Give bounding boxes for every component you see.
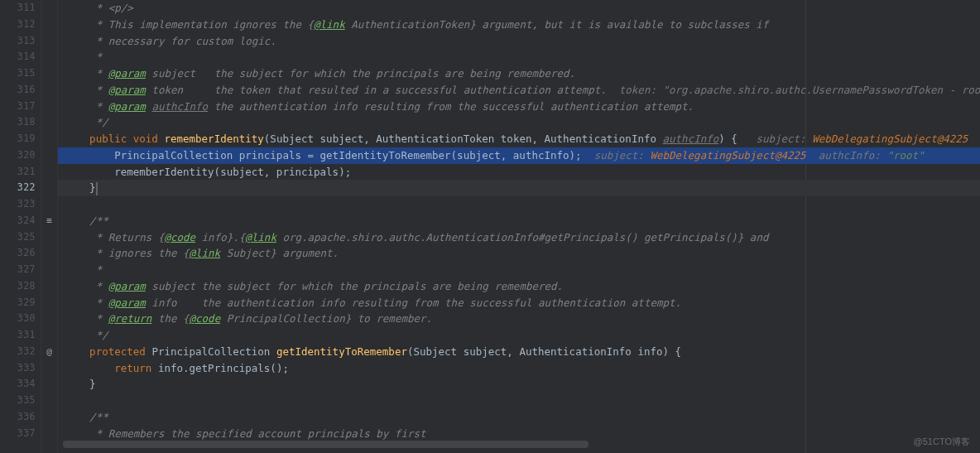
code-line[interactable]: * <box>58 262 980 278</box>
gutter-marker <box>41 65 57 82</box>
line-number[interactable]: 317 <box>0 99 36 115</box>
code-line[interactable]: * Remembers the specified account princi… <box>58 426 980 442</box>
code-token: * <box>65 263 102 276</box>
gutter-marker <box>41 360 57 377</box>
line-number[interactable]: 321 <box>0 164 36 181</box>
code-line[interactable]: * @param token the token that resulted i… <box>58 82 980 99</box>
line-number[interactable]: 319 <box>0 131 36 147</box>
code-token: /** <box>65 214 108 227</box>
line-number[interactable]: 325 <box>0 229 36 246</box>
code-line[interactable]: */ <box>58 114 980 131</box>
line-number[interactable]: 327 <box>0 262 36 278</box>
line-number[interactable]: 323 <box>0 196 36 213</box>
code-token: */ <box>65 329 108 341</box>
gutter-marker <box>41 114 57 131</box>
code-area[interactable]: * <p/> * This implementation ignores the… <box>58 0 980 453</box>
code-token: authcInfo: <box>806 149 887 161</box>
code-token: PrincipalCollection principals = getIden… <box>65 149 594 161</box>
line-number[interactable]: 313 <box>0 33 36 50</box>
line-number[interactable]: 326 <box>0 245 36 262</box>
line-number[interactable]: 316 <box>0 82 36 99</box>
code-token: subject: <box>594 149 651 161</box>
line-number[interactable]: 320 <box>0 147 36 164</box>
code-line[interactable]: */ <box>58 327 980 344</box>
gutter-marker <box>41 426 57 442</box>
code-token: authcInfo <box>151 100 208 113</box>
line-number[interactable]: 331 <box>0 327 36 344</box>
gutter-marker <box>41 327 57 344</box>
line-number[interactable]: 337 <box>0 426 36 442</box>
line-number[interactable]: 312 <box>0 17 36 33</box>
line-number[interactable]: 314 <box>0 49 36 65</box>
gutter-markers[interactable]: ≡@ <box>41 0 58 453</box>
code-editor[interactable]: 3113123133143153163173183193203213223233… <box>0 0 980 453</box>
horizontal-scrollbar[interactable] <box>63 441 588 448</box>
code-line[interactable]: } <box>58 180 980 196</box>
code-token: * Remembers the specified account princi… <box>65 427 426 440</box>
code-line[interactable]: * @return the {@code PrincipalCollection… <box>58 311 980 327</box>
line-number[interactable]: 311 <box>0 0 36 17</box>
code-line[interactable]: return info.getPrincipals(); <box>58 360 980 377</box>
code-line[interactable]: * @param info the authentication info re… <box>58 295 980 311</box>
line-number[interactable]: 330 <box>0 311 36 327</box>
line-number[interactable]: 334 <box>0 376 36 393</box>
code-token: } <box>65 181 96 194</box>
code-line[interactable]: * Returns {@code info}.{@link org.apache… <box>58 229 980 246</box>
code-token <box>65 345 89 358</box>
line-number[interactable]: 335 <box>0 393 36 409</box>
gutter-marker <box>41 229 57 246</box>
code-line[interactable]: * necessary for custom logic. <box>58 33 980 50</box>
code-line[interactable] <box>58 196 980 213</box>
code-line[interactable]: * This implementation ignores the {@link… <box>58 17 980 33</box>
line-number[interactable]: 318 <box>0 114 36 131</box>
line-number[interactable]: 324 <box>0 213 36 229</box>
code-line[interactable] <box>58 393 980 409</box>
line-number[interactable]: 329 <box>0 295 36 311</box>
code-token: subject: <box>756 133 812 145</box>
code-line[interactable]: PrincipalCollection principals = getIden… <box>58 147 980 164</box>
code-token: rememberIdentity <box>164 133 263 145</box>
code-token: @code <box>164 231 195 243</box>
line-number[interactable]: 333 <box>0 360 36 377</box>
code-line[interactable]: protected PrincipalCollection getIdentit… <box>58 344 980 360</box>
code-line[interactable]: * @param subject the subject for which t… <box>58 278 980 295</box>
code-token: subject <box>320 133 364 145</box>
code-line[interactable]: rememberIdentity(subject, principals); <box>58 164 980 181</box>
code-token: WebDelegatingSubject@4225 <box>650 149 805 161</box>
code-line[interactable]: /** <box>58 213 980 229</box>
code-token: * ignores the { <box>65 247 190 259</box>
line-number[interactable]: 322 <box>0 180 36 196</box>
line-number-gutter[interactable]: 3113123133143153163173183193203213223233… <box>0 0 41 453</box>
code-token: getIdentityToRemember <box>276 345 407 358</box>
code-token: to <box>968 133 980 145</box>
line-number[interactable]: 336 <box>0 409 36 426</box>
watermark-text: @51CTO博客 <box>914 436 970 448</box>
code-line[interactable]: } <box>58 376 980 393</box>
line-number[interactable]: 332 <box>0 344 36 360</box>
gutter-marker <box>41 180 57 196</box>
code-token: (Subject <box>407 345 464 358</box>
gutter-marker <box>41 245 57 262</box>
code-line[interactable]: * @param subject the subject for which t… <box>58 65 980 82</box>
code-line[interactable]: * ignores the {@link Subject} argument. <box>58 245 980 262</box>
code-line[interactable]: * @param authcInfo the authentication in… <box>58 99 980 115</box>
code-line[interactable]: /** <box>58 409 980 426</box>
code-token: return <box>114 362 158 374</box>
gutter-marker <box>41 99 57 115</box>
code-line[interactable]: public void rememberIdentity(Subject sub… <box>58 131 980 147</box>
code-token: @param <box>108 280 146 292</box>
code-token: @param <box>108 67 146 80</box>
gutter-marker <box>41 147 57 164</box>
gutter-marker <box>41 376 57 393</box>
gutter-marker <box>41 82 57 99</box>
gutter-marker: ≡ <box>41 213 57 229</box>
code-line[interactable]: * <box>58 49 980 65</box>
code-token: subject the subject for which the princi… <box>146 67 575 80</box>
code-token: protected <box>89 345 151 358</box>
code-line[interactable]: * <p/> <box>58 0 980 17</box>
line-number[interactable]: 328 <box>0 278 36 295</box>
line-number[interactable]: 315 <box>0 65 36 82</box>
gutter-marker <box>41 278 57 295</box>
gutter-marker <box>41 17 57 33</box>
code-token: the { <box>151 312 189 325</box>
